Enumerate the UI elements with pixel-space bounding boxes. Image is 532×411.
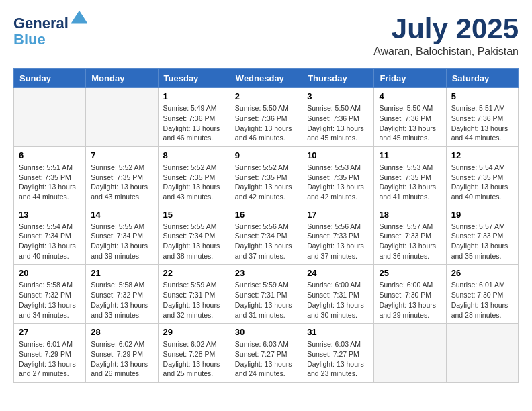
day-number: 25 (379, 268, 441, 278)
day-info: Sunrise: 5:54 AMSunset: 7:34 PMDaylight:… (19, 222, 81, 261)
weekday-header-thursday: Thursday (302, 69, 374, 88)
calendar-cell: 12Sunrise: 5:54 AMSunset: 7:35 PMDayligh… (446, 146, 518, 205)
day-number: 29 (163, 327, 225, 337)
calendar-cell: 15Sunrise: 5:55 AMSunset: 7:34 PMDayligh… (158, 205, 230, 265)
day-number: 20 (19, 268, 81, 278)
day-info: Sunrise: 5:55 AMSunset: 7:34 PMDaylight:… (163, 222, 225, 261)
week-row-2: 6Sunrise: 5:51 AMSunset: 7:35 PMDaylight… (14, 146, 519, 205)
day-number: 23 (235, 268, 297, 278)
day-number: 17 (307, 210, 369, 220)
calendar-cell: 20Sunrise: 5:58 AMSunset: 7:32 PMDayligh… (14, 265, 86, 324)
day-info: Sunrise: 5:54 AMSunset: 7:35 PMDaylight:… (451, 163, 513, 202)
day-number: 15 (163, 210, 225, 220)
day-number: 14 (91, 210, 152, 220)
week-row-5: 27Sunrise: 6:01 AMSunset: 7:29 PMDayligh… (14, 324, 519, 383)
calendar-cell: 14Sunrise: 5:55 AMSunset: 7:34 PMDayligh… (86, 205, 158, 265)
logo-blue: Blue (13, 31, 46, 48)
calendar-cell: 29Sunrise: 6:02 AMSunset: 7:28 PMDayligh… (158, 324, 230, 383)
day-info: Sunrise: 5:52 AMSunset: 7:35 PMDaylight:… (235, 163, 297, 202)
day-info: Sunrise: 5:56 AMSunset: 7:34 PMDaylight:… (235, 222, 297, 261)
day-info: Sunrise: 5:55 AMSunset: 7:34 PMDaylight:… (91, 222, 152, 261)
day-info: Sunrise: 6:01 AMSunset: 7:30 PMDaylight:… (451, 280, 513, 320)
day-info: Sunrise: 5:59 AMSunset: 7:31 PMDaylight:… (235, 280, 297, 320)
day-number: 8 (163, 150, 225, 161)
calendar-cell (86, 88, 158, 147)
day-info: Sunrise: 5:57 AMSunset: 7:33 PMDaylight:… (379, 222, 441, 261)
day-info: Sunrise: 5:50 AMSunset: 7:36 PMDaylight:… (379, 103, 441, 143)
calendar-cell: 3Sunrise: 5:50 AMSunset: 7:36 PMDaylight… (302, 88, 374, 147)
calendar-cell: 19Sunrise: 5:57 AMSunset: 7:33 PMDayligh… (446, 205, 518, 265)
day-info: Sunrise: 5:51 AMSunset: 7:35 PMDaylight:… (19, 163, 81, 202)
weekday-header-friday: Friday (374, 69, 446, 88)
location-subtitle: Awaran, Balochistan, Pakistan (373, 46, 519, 58)
logo-text: GeneralBlue (13, 13, 89, 48)
calendar-cell: 25Sunrise: 6:00 AMSunset: 7:30 PMDayligh… (374, 265, 446, 324)
day-number: 3 (307, 91, 369, 101)
calendar-cell: 17Sunrise: 5:56 AMSunset: 7:33 PMDayligh… (302, 205, 374, 265)
day-info: Sunrise: 6:00 AMSunset: 7:30 PMDaylight:… (379, 280, 441, 320)
calendar-cell: 28Sunrise: 6:02 AMSunset: 7:29 PMDayligh… (86, 324, 158, 383)
day-info: Sunrise: 5:57 AMSunset: 7:33 PMDaylight:… (451, 222, 513, 261)
day-info: Sunrise: 5:58 AMSunset: 7:32 PMDaylight:… (91, 280, 152, 320)
calendar-table: SundayMondayTuesdayWednesdayThursdayFrid… (13, 68, 519, 383)
day-number: 11 (379, 150, 441, 161)
calendar-cell: 22Sunrise: 5:59 AMSunset: 7:31 PMDayligh… (158, 265, 230, 324)
calendar-cell: 11Sunrise: 5:53 AMSunset: 7:35 PMDayligh… (374, 146, 446, 205)
calendar-cell: 16Sunrise: 5:56 AMSunset: 7:34 PMDayligh… (230, 205, 302, 265)
calendar-cell: 9Sunrise: 5:52 AMSunset: 7:35 PMDaylight… (230, 146, 302, 205)
day-info: Sunrise: 5:50 AMSunset: 7:36 PMDaylight:… (307, 103, 369, 143)
calendar-cell: 27Sunrise: 6:01 AMSunset: 7:29 PMDayligh… (14, 324, 86, 383)
day-number: 13 (19, 210, 81, 220)
day-number: 26 (451, 268, 513, 278)
day-number: 28 (91, 327, 152, 337)
day-number: 7 (91, 150, 152, 161)
calendar-cell: 1Sunrise: 5:49 AMSunset: 7:36 PMDaylight… (158, 88, 230, 147)
day-info: Sunrise: 6:03 AMSunset: 7:27 PMDaylight:… (307, 339, 369, 379)
day-info: Sunrise: 5:59 AMSunset: 7:31 PMDaylight:… (163, 280, 225, 320)
svg-marker-0 (71, 11, 87, 24)
calendar-cell: 10Sunrise: 5:53 AMSunset: 7:35 PMDayligh… (302, 146, 374, 205)
weekday-header-saturday: Saturday (446, 69, 518, 88)
day-info: Sunrise: 6:01 AMSunset: 7:29 PMDaylight:… (19, 339, 81, 379)
calendar-cell: 6Sunrise: 5:51 AMSunset: 7:35 PMDaylight… (14, 146, 86, 205)
weekday-header-sunday: Sunday (14, 69, 86, 88)
day-info: Sunrise: 5:56 AMSunset: 7:33 PMDaylight:… (307, 222, 369, 261)
day-info: Sunrise: 6:02 AMSunset: 7:29 PMDaylight:… (91, 339, 152, 379)
day-info: Sunrise: 6:03 AMSunset: 7:27 PMDaylight:… (235, 339, 297, 379)
day-number: 12 (451, 150, 513, 161)
day-number: 22 (163, 268, 225, 278)
calendar-cell: 21Sunrise: 5:58 AMSunset: 7:32 PMDayligh… (86, 265, 158, 324)
day-number: 31 (307, 327, 369, 337)
day-info: Sunrise: 6:00 AMSunset: 7:31 PMDaylight:… (307, 280, 369, 320)
title-area: July 2025 Awaran, Balochistan, Pakistan (373, 13, 519, 58)
calendar-cell: 2Sunrise: 5:50 AMSunset: 7:36 PMDaylight… (230, 88, 302, 147)
day-number: 2 (235, 91, 297, 101)
day-number: 19 (451, 210, 513, 220)
day-number: 9 (235, 150, 297, 161)
calendar-cell: 30Sunrise: 6:03 AMSunset: 7:27 PMDayligh… (230, 324, 302, 383)
calendar-cell: 5Sunrise: 5:51 AMSunset: 7:36 PMDaylight… (446, 88, 518, 147)
logo: GeneralBlue (13, 13, 89, 48)
week-row-4: 20Sunrise: 5:58 AMSunset: 7:32 PMDayligh… (14, 265, 519, 324)
calendar-cell: 18Sunrise: 5:57 AMSunset: 7:33 PMDayligh… (374, 205, 446, 265)
calendar-cell: 7Sunrise: 5:52 AMSunset: 7:35 PMDaylight… (86, 146, 158, 205)
day-number: 18 (379, 210, 441, 220)
calendar-cell: 4Sunrise: 5:50 AMSunset: 7:36 PMDaylight… (374, 88, 446, 147)
calendar-cell (14, 88, 86, 147)
day-number: 5 (451, 91, 513, 101)
week-row-1: 1Sunrise: 5:49 AMSunset: 7:36 PMDaylight… (14, 88, 519, 147)
month-title: July 2025 (373, 13, 519, 44)
calendar-cell: 26Sunrise: 6:01 AMSunset: 7:30 PMDayligh… (446, 265, 518, 324)
day-number: 4 (379, 91, 441, 101)
day-info: Sunrise: 5:49 AMSunset: 7:36 PMDaylight:… (163, 103, 225, 143)
day-number: 6 (19, 150, 81, 161)
day-info: Sunrise: 5:51 AMSunset: 7:36 PMDaylight:… (451, 103, 513, 143)
calendar-cell: 23Sunrise: 5:59 AMSunset: 7:31 PMDayligh… (230, 265, 302, 324)
calendar-cell (374, 324, 446, 383)
day-info: Sunrise: 5:53 AMSunset: 7:35 PMDaylight:… (307, 163, 369, 202)
calendar-cell: 24Sunrise: 6:00 AMSunset: 7:31 PMDayligh… (302, 265, 374, 324)
day-number: 24 (307, 268, 369, 278)
page-header: GeneralBlue July 2025 Awaran, Balochista… (13, 13, 519, 58)
day-number: 27 (19, 327, 81, 337)
day-number: 1 (163, 91, 225, 101)
